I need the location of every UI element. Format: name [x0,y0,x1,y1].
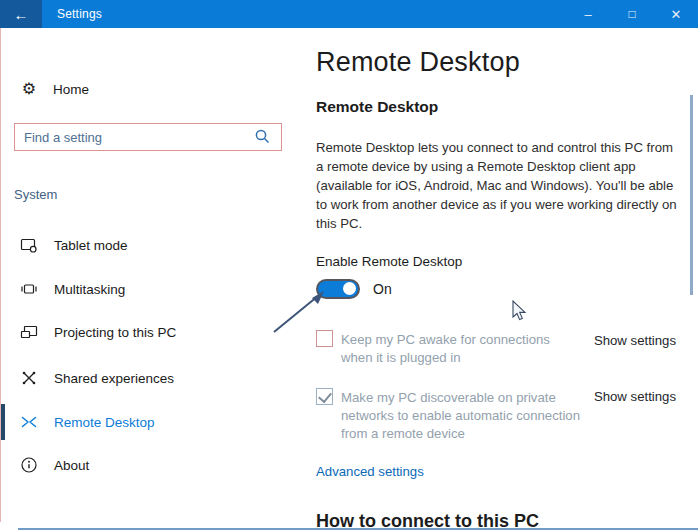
mouse-cursor-icon [512,300,528,322]
sidebar-item-label: Remote Desktop [54,415,155,430]
page-title: Remote Desktop [316,47,520,78]
info-icon [20,456,38,474]
sidebar-item-label: Projecting to this PC [54,325,176,340]
sidebar-item-remote-desktop[interactable]: Remote Desktop [0,404,300,440]
how-to-connect-heading: How to connect to this PC [316,511,539,532]
sidebar-item-label: Multitasking [54,282,125,297]
home-label: Home [53,82,89,97]
shared-experiences-icon [20,369,38,387]
remote-desktop-icon [20,413,38,431]
back-button[interactable]: ← [0,0,42,28]
sidebar-item-multitasking[interactable]: Multitasking [0,271,300,307]
keep-awake-label: Keep my PC awake for connections when it… [341,331,585,367]
scrollbar[interactable] [690,95,693,295]
sidebar-item-home[interactable]: ⚙ Home [20,80,89,98]
sidebar-item-label: Shared experiences [54,371,174,386]
minimize-button[interactable]: – [566,0,610,28]
sidebar-item-about[interactable]: About [0,447,300,483]
search-input[interactable] [24,130,254,145]
window-title: Settings [57,7,102,21]
titlebar: ← Settings – □ ✕ [0,0,698,28]
window-controls: – □ ✕ [566,0,698,28]
discoverable-label: Make my PC discoverable on private netwo… [341,389,585,443]
close-button[interactable]: ✕ [654,0,698,28]
close-icon: ✕ [671,7,682,22]
minimize-icon: – [584,7,591,22]
sidebar-item-projecting[interactable]: Projecting to this PC [0,314,300,350]
gear-icon: ⚙ [20,80,38,98]
toggle-knob [343,282,356,295]
sidebar-group-system: System [14,187,57,202]
tablet-mode-icon [20,236,38,254]
back-arrow-icon: ← [14,6,29,23]
search-icon [254,128,272,146]
multitasking-icon [20,280,38,298]
maximize-icon: □ [628,7,635,21]
show-settings-link-1[interactable]: Show settings [594,333,676,348]
discoverable-checkbox[interactable] [316,388,333,405]
description-text: Remote Desktop lets you connect to and c… [316,138,680,233]
sidebar: ⚙ Home System Tablet mode Multi [0,28,300,532]
sidebar-item-tablet-mode[interactable]: Tablet mode [0,227,300,263]
sidebar-item-shared-experiences[interactable]: Shared experiences [0,360,300,396]
settings-window: ← Settings – □ ✕ ⚙ Home [0,0,698,532]
maximize-button[interactable]: □ [610,0,654,28]
annotation-arrow [268,286,332,338]
section-title: Remote Desktop [316,98,438,116]
advanced-settings-link[interactable]: Advanced settings [316,464,424,479]
search-box[interactable] [14,123,282,151]
show-settings-link-2[interactable]: Show settings [594,389,676,404]
projecting-icon [20,323,38,341]
enable-remote-desktop-label: Enable Remote Desktop [316,254,462,269]
sidebar-item-label: About [54,458,89,473]
sidebar-item-label: Tablet mode [54,238,128,253]
window-left-edge [0,28,1,522]
toggle-state-label: On [373,281,392,297]
